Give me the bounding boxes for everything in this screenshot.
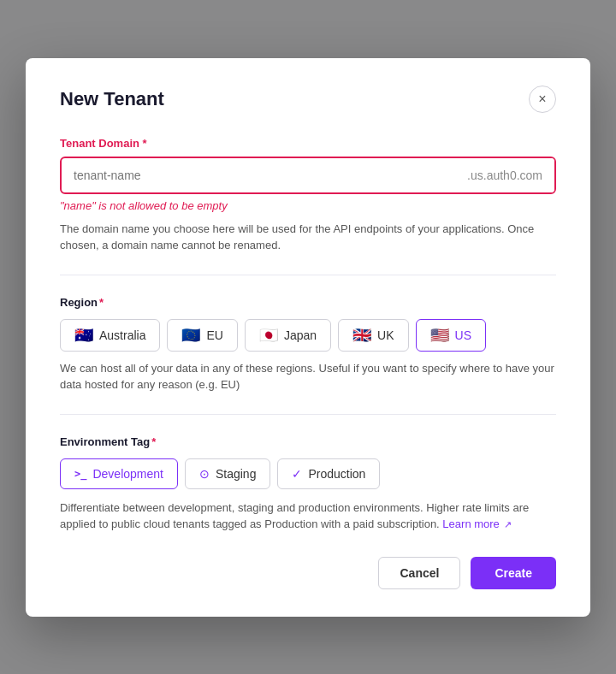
env-development[interactable]: >_ Development xyxy=(60,458,178,489)
us-label: US xyxy=(455,328,471,342)
eu-label: EU xyxy=(206,328,222,342)
japan-label: Japan xyxy=(284,328,317,342)
australia-flag: 🇦🇺 xyxy=(74,328,93,343)
japan-flag: 🇯🇵 xyxy=(259,328,278,343)
environment-description: Differentiate between development, stagi… xyxy=(60,500,556,533)
development-label: Development xyxy=(92,467,163,481)
region-section: Region* 🇦🇺 Australia 🇪🇺 EU 🇯🇵 Japan 🇬🇧 xyxy=(60,296,556,393)
divider-1 xyxy=(60,275,556,275)
env-production[interactable]: ✓ Production xyxy=(277,458,380,489)
create-button[interactable]: Create xyxy=(471,557,556,589)
staging-label: Staging xyxy=(216,467,256,481)
region-eu[interactable]: 🇪🇺 EU xyxy=(167,319,237,352)
region-description: We can host all of your data in any of t… xyxy=(60,360,556,393)
region-options: 🇦🇺 Australia 🇪🇺 EU 🇯🇵 Japan 🇬🇧 UK 🇺🇸 xyxy=(60,319,556,352)
environment-tag-label: Environment Tag* xyxy=(60,435,556,448)
domain-error-message: "name" is not allowed to be empty xyxy=(60,199,556,212)
production-icon: ✓ xyxy=(292,467,302,481)
tenant-domain-label: Tenant Domain * xyxy=(60,137,556,150)
modal-footer: Cancel Create xyxy=(60,557,556,589)
domain-suffix: .us.auth0.com xyxy=(455,158,554,192)
region-label: Region* xyxy=(60,296,556,309)
external-link-icon: ↗ xyxy=(504,519,512,529)
modal-header: New Tenant × xyxy=(60,86,556,113)
australia-label: Australia xyxy=(99,328,145,342)
tenant-domain-description: The domain name you choose here will be … xyxy=(60,221,556,254)
us-flag: 🇺🇸 xyxy=(430,328,449,343)
production-label: Production xyxy=(308,467,365,481)
env-staging[interactable]: ⊙ Staging xyxy=(185,458,270,489)
modal-title: New Tenant xyxy=(60,88,164,110)
tenant-domain-input[interactable] xyxy=(62,158,455,192)
eu-flag: 🇪🇺 xyxy=(181,328,200,343)
domain-input-wrapper: .us.auth0.com xyxy=(60,157,556,194)
cancel-button[interactable]: Cancel xyxy=(378,557,460,589)
region-japan[interactable]: 🇯🇵 Japan xyxy=(245,319,331,352)
new-tenant-modal: New Tenant × Tenant Domain * .us.auth0.c… xyxy=(26,58,590,617)
development-icon: >_ xyxy=(74,468,86,480)
staging-icon: ⊙ xyxy=(199,467,210,481)
learn-more-link[interactable]: Learn more ↗ xyxy=(442,517,512,530)
region-australia[interactable]: 🇦🇺 Australia xyxy=(60,319,160,352)
region-us[interactable]: 🇺🇸 US xyxy=(416,319,486,352)
uk-label: UK xyxy=(377,328,394,342)
divider-2 xyxy=(60,414,556,415)
environment-options: >_ Development ⊙ Staging ✓ Production xyxy=(60,458,556,489)
tenant-domain-section: Tenant Domain * .us.auth0.com "name" is … xyxy=(60,137,556,254)
uk-flag: 🇬🇧 xyxy=(352,328,371,343)
region-uk[interactable]: 🇬🇧 UK xyxy=(338,319,408,352)
close-button[interactable]: × xyxy=(529,86,556,113)
environment-tag-section: Environment Tag* >_ Development ⊙ Stagin… xyxy=(60,435,556,533)
